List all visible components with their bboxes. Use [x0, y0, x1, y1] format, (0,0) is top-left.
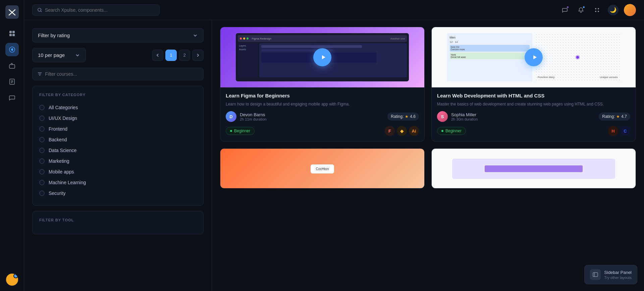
course-card-3[interactable]: CocHton: [220, 148, 425, 189]
category-section-title: FILTER BY CATEGORY: [39, 93, 197, 97]
svg-point-12: [38, 8, 41, 11]
category-frontend[interactable]: Frontend: [39, 124, 197, 134]
category-marketing[interactable]: Marketing: [39, 156, 197, 166]
course-footer-figma: Beginner F ◆ Ai: [226, 126, 419, 136]
tool-figma: F: [385, 126, 395, 136]
tool-html: H: [608, 126, 618, 136]
radio-all[interactable]: [39, 105, 45, 110]
per-page-select[interactable]: 10 per page: [32, 48, 86, 62]
page-2-button[interactable]: 2: [179, 50, 190, 61]
notifications-bell-icon[interactable]: [576, 5, 586, 15]
rating-value-figma: 4.6: [410, 114, 416, 119]
sidebar-item-briefcase[interactable]: [5, 59, 19, 72]
app-logo[interactable]: [5, 5, 19, 19]
play-button-webdev[interactable]: [525, 48, 543, 66]
svg-rect-3: [12, 31, 15, 33]
course-card-4[interactable]: [431, 148, 636, 189]
tool-section-title: FILTER BY TOOL: [39, 218, 197, 222]
sidebar: [0, 0, 24, 291]
category-label-datascience: Data Science: [49, 148, 76, 153]
search-box[interactable]: [32, 4, 160, 16]
course-meta-webdev: S Sophia Miller 2h 30m duration Rating: …: [437, 111, 630, 122]
category-all[interactable]: All Categories: [39, 102, 197, 113]
next-page-button[interactable]: [192, 50, 204, 61]
radio-backend[interactable]: [39, 137, 45, 142]
user-avatar[interactable]: [624, 4, 636, 16]
chevron-down-icon: [193, 33, 198, 38]
category-backend[interactable]: Backend: [39, 134, 197, 145]
svg-rect-23: [593, 273, 598, 277]
sidebar-item-chat[interactable]: [5, 91, 19, 104]
course-desc-webdev: Master the basics of web development and…: [437, 101, 630, 107]
level-badge-webdev: Beginner: [437, 127, 466, 135]
rating-value-webdev: 4.7: [621, 114, 627, 119]
theme-toggle[interactable]: 🌙: [608, 5, 619, 15]
prev-page-button[interactable]: [152, 50, 163, 61]
category-datascience[interactable]: Data Science: [39, 145, 197, 156]
svg-marker-21: [322, 55, 325, 59]
instructor-info-sophia: Sophia Miller 2h 30m duration: [451, 112, 595, 121]
tool-sketch: ◆: [397, 126, 407, 136]
tooltip-title: Sidebar Panel: [604, 270, 632, 276]
radio-uiux[interactable]: [39, 116, 45, 121]
svg-point-17: [598, 11, 599, 12]
radio-mobileapps[interactable]: [39, 169, 45, 174]
chevron-down-icon-2: [75, 53, 80, 58]
level-badge-figma: Beginner: [226, 127, 255, 135]
star-icon-webdev: ★: [616, 114, 620, 119]
course-card-webdev[interactable]: Men 12 14 Grid CI2Cer/cen more YankGreat…: [431, 27, 636, 142]
category-label-frontend: Frontend: [49, 126, 67, 132]
content-area: Filter by rating 10 per page: [24, 20, 644, 291]
courses-grid: Figma Redesign Another one Layers Assets: [220, 27, 636, 189]
radio-marketing[interactable]: [39, 158, 45, 164]
course-card-figma[interactable]: Figma Redesign Another one Layers Assets: [220, 27, 425, 142]
filter-icon: [37, 71, 42, 77]
category-mobileapps[interactable]: Mobile apps: [39, 166, 197, 177]
category-security[interactable]: Security: [39, 188, 197, 199]
rating-filter-select[interactable]: Filter by rating: [32, 28, 204, 43]
radio-datascience[interactable]: [39, 148, 45, 153]
svg-rect-5: [12, 34, 15, 36]
apps-grid-icon[interactable]: [592, 5, 602, 15]
rating-badge-figma: Rating: ★ 4.6: [387, 113, 419, 121]
sidebar-user-avatar[interactable]: [6, 274, 18, 286]
sidebar-item-courses[interactable]: [5, 43, 19, 56]
rating-label-figma: Rating:: [391, 114, 404, 119]
rating-badge-webdev: Rating: ★ 4.7: [599, 113, 630, 121]
category-ml[interactable]: Machine Learning: [39, 177, 197, 188]
search-input[interactable]: [45, 7, 155, 13]
sidebar-item-badge[interactable]: [5, 75, 19, 88]
sidebar-item-dashboard[interactable]: [5, 27, 19, 40]
category-uiux[interactable]: UI/UX Design: [39, 113, 197, 124]
play-button-figma[interactable]: [313, 48, 331, 66]
course-title-figma: Learn Figma for Beginners: [226, 93, 419, 98]
category-label-backend: Backend: [49, 137, 67, 142]
course-filter-search[interactable]: [32, 68, 204, 80]
course-desc-figma: Learn how to design a beautiful and enga…: [226, 101, 419, 107]
svg-line-13: [41, 11, 42, 12]
per-page-row: 10 per page 1 2: [32, 48, 204, 62]
per-page-label: 10 per page: [38, 52, 65, 58]
radio-frontend[interactable]: [39, 126, 45, 132]
instructor-name-sophia: Sophia Miller: [451, 112, 595, 117]
tool-filter-section: FILTER BY TOOL: [32, 211, 204, 234]
category-label-mobileapps: Mobile apps: [49, 169, 74, 174]
filter-courses-input[interactable]: [45, 71, 199, 77]
star-icon-figma: ★: [405, 114, 409, 119]
radio-ml[interactable]: [39, 180, 45, 185]
tool-css: C: [620, 126, 630, 136]
courses-panel: Figma Redesign Another one Layers Assets: [212, 20, 644, 291]
level-dot-webdev: [441, 130, 443, 132]
left-panel: Filter by rating 10 per page: [24, 20, 212, 291]
sidebar-panel-tooltip[interactable]: Sidebar Panel Try other layouts: [584, 265, 637, 284]
tooltip-subtitle: Try other layouts: [604, 276, 632, 280]
notifications-chat-icon[interactable]: [559, 5, 570, 15]
page-1-button[interactable]: 1: [165, 50, 177, 61]
svg-rect-2: [9, 31, 12, 33]
instructor-avatar-sophia: S: [437, 111, 448, 122]
instructor-duration-sophia: 2h 30m duration: [451, 117, 595, 121]
category-label-uiux: UI/UX Design: [49, 116, 77, 121]
main-area: 🌙 Filter by rating 10 per page: [24, 0, 644, 291]
category-label-marketing: Marketing: [49, 158, 69, 164]
radio-security[interactable]: [39, 191, 45, 196]
